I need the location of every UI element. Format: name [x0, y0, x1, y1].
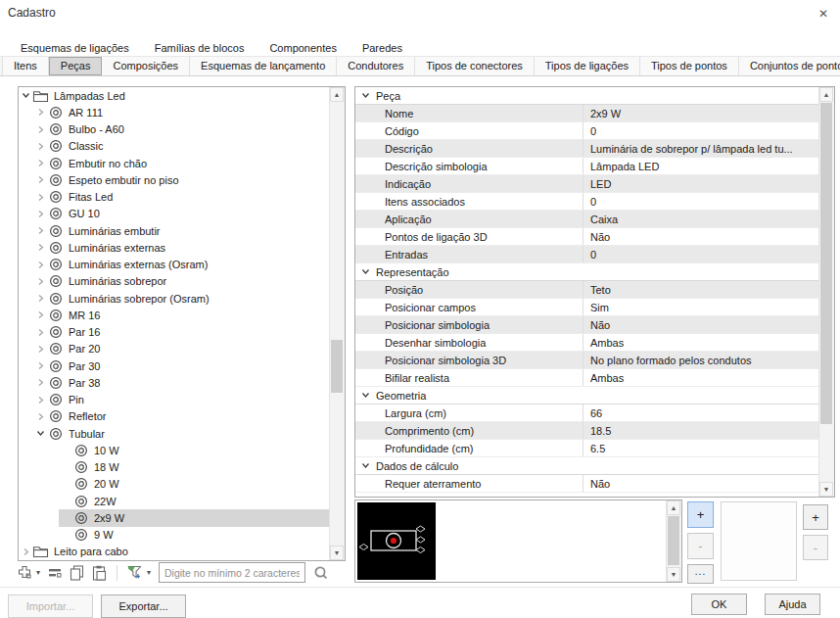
tree-item-par-20[interactable]: Par 20: [19, 341, 330, 357]
chevron-collapsed-icon[interactable]: [33, 159, 47, 167]
add-point-button[interactable]: +: [687, 501, 714, 528]
points-scrollbar[interactable]: ▲ ▼: [666, 500, 681, 582]
chevron-collapsed-icon[interactable]: [33, 226, 47, 235]
filter-icon[interactable]: [127, 565, 143, 580]
chevron-collapsed-icon[interactable]: [33, 310, 47, 319]
tree-item-mr-16[interactable]: MR 16: [19, 307, 330, 323]
chevron-expanded-icon[interactable]: [361, 461, 370, 470]
property-value[interactable]: LED: [583, 175, 819, 192]
scrollbar-thumb[interactable]: [820, 103, 832, 424]
tree-item-luminarias-externas-osram[interactable]: Luminárias externas (Osram): [19, 257, 330, 273]
tab-itens[interactable]: Itens: [2, 57, 49, 75]
tab-componentes[interactable]: Componentes: [257, 42, 350, 54]
chevron-collapsed-icon[interactable]: [33, 243, 47, 252]
remove-point-button[interactable]: -: [687, 533, 714, 559]
chevron-collapsed-icon[interactable]: [33, 277, 47, 286]
scrollbar-thumb[interactable]: [331, 340, 343, 393]
property-value[interactable]: Não: [583, 475, 819, 492]
chevron-collapsed-icon[interactable]: [33, 345, 47, 354]
ok-button[interactable]: OK: [691, 594, 747, 615]
tab-pecas[interactable]: Peças: [49, 57, 103, 75]
tree-item-ar-111[interactable]: AR 111: [19, 104, 330, 120]
property-value[interactable]: 2x9 W: [583, 105, 819, 121]
tree-item-bulbo-a60[interactable]: Bulbo - A60: [19, 121, 330, 138]
property-value[interactable]: 18.5: [583, 422, 819, 439]
tree-item-leito-para-cabo[interactable]: Leito para cabo: [19, 544, 330, 560]
property-value[interactable]: Ambas: [583, 334, 819, 351]
tree-scrollbar[interactable]: ▲ ▼: [329, 87, 345, 560]
tree-item-par-38[interactable]: Par 38: [19, 374, 330, 391]
help-button[interactable]: Ajuda: [765, 594, 820, 615]
tab-esquemas-de-lancamento[interactable]: Esquemas de lançamento: [190, 57, 337, 75]
chevron-collapsed-icon[interactable]: [33, 125, 47, 134]
property-value[interactable]: 0: [583, 246, 819, 262]
scroll-up-icon[interactable]: ▲: [819, 87, 833, 102]
chevron-collapsed-icon[interactable]: [33, 412, 47, 421]
chevron-collapsed-icon[interactable]: [33, 328, 47, 337]
scroll-up-icon[interactable]: ▲: [667, 500, 680, 515]
chevron-collapsed-icon[interactable]: [33, 193, 47, 202]
property-value[interactable]: Lâmpada LED: [583, 158, 819, 174]
tree-item-luminarias-sobrepor[interactable]: Luminárias sobrepor: [19, 273, 330, 290]
tree-item-22w[interactable]: 22W: [19, 493, 330, 509]
chevron-expanded-icon[interactable]: [33, 429, 47, 438]
scroll-down-icon[interactable]: ▼: [330, 546, 344, 560]
property-value[interactable]: Sim: [583, 299, 819, 315]
remove-item-icon[interactable]: [48, 566, 62, 579]
tree-item-lampadas-led[interactable]: Lâmpadas Led: [19, 87, 330, 104]
remove-field-button[interactable]: -: [803, 535, 828, 560]
chevron-collapsed-icon[interactable]: [19, 547, 32, 556]
tab-tipos-de-ligacoes[interactable]: Tipos de ligações: [535, 57, 640, 75]
property-value[interactable]: 66: [583, 404, 819, 421]
point-fields-list[interactable]: [721, 501, 797, 581]
tree-item-embutir-no-chao[interactable]: Embutir no chão: [19, 155, 330, 171]
chevron-collapsed-icon[interactable]: [33, 294, 47, 303]
tree-item-espeto-embutir-no-piso[interactable]: Espeto embutir no piso: [19, 171, 330, 188]
tree-item-refletor[interactable]: Refletor: [19, 408, 330, 425]
copy-icon[interactable]: [70, 565, 84, 581]
property-value[interactable]: Luminária de sobrepor p/ lâmpada led tu.…: [583, 140, 819, 157]
category-representacao[interactable]: Representação: [355, 263, 819, 281]
property-value[interactable]: Ambas: [583, 369, 819, 386]
chevron-expanded-icon[interactable]: [361, 391, 370, 400]
tree-item-18-w[interactable]: 18 W: [19, 459, 330, 476]
chevron-expanded-icon[interactable]: [361, 267, 370, 276]
property-value[interactable]: Teto: [583, 281, 819, 298]
add-item-dropdown-icon[interactable]: ▾: [36, 568, 40, 577]
tab-tipos-de-conectores[interactable]: Tipos de conectores: [415, 57, 535, 75]
chevron-expanded-icon[interactable]: [19, 91, 32, 100]
chevron-collapsed-icon[interactable]: [33, 378, 47, 387]
add-field-button[interactable]: +: [803, 504, 828, 530]
chevron-collapsed-icon[interactable]: [33, 108, 47, 117]
scroll-down-icon[interactable]: ▼: [819, 482, 833, 497]
tree-item-classic[interactable]: Classic: [19, 138, 330, 155]
category-pontos[interactable]: Pontos: [355, 493, 819, 497]
chevron-collapsed-icon[interactable]: [33, 175, 47, 184]
tree-item-9-w[interactable]: 9 W: [19, 527, 330, 544]
symbol-preview[interactable]: [357, 502, 436, 580]
property-value[interactable]: No plano formado pelos condutos: [583, 352, 819, 368]
chevron-expanded-icon[interactable]: [361, 91, 370, 100]
tab-paredes[interactable]: Paredes: [350, 42, 415, 54]
chevron-collapsed-icon[interactable]: [33, 142, 47, 151]
chevron-collapsed-icon[interactable]: [33, 396, 47, 404]
chevron-collapsed-icon[interactable]: [33, 210, 47, 218]
filter-dropdown-icon[interactable]: ▾: [147, 568, 151, 577]
tree-item-luminarias-embutir[interactable]: Luminárias embutir: [19, 222, 330, 239]
tree-item-luminarias-externas[interactable]: Luminárias externas: [19, 239, 330, 256]
chevron-collapsed-icon[interactable]: [33, 361, 47, 370]
tab-condutores[interactable]: Condutores: [337, 57, 415, 75]
property-value[interactable]: Não: [583, 228, 819, 245]
tree-item-par-16[interactable]: Par 16: [19, 324, 330, 341]
tree-item-2x9-w[interactable]: 2x9 W: [19, 509, 330, 526]
chevron-collapsed-icon[interactable]: [33, 261, 47, 269]
search-input[interactable]: [159, 562, 305, 583]
property-value[interactable]: 0: [583, 193, 819, 210]
tab-composicoes[interactable]: Composições: [102, 57, 190, 75]
more-options-button[interactable]: ...: [687, 564, 714, 584]
search-icon[interactable]: [313, 565, 329, 581]
category-dados-de-calculo[interactable]: Dados de cálculo: [355, 457, 819, 475]
scroll-down-icon[interactable]: ▼: [667, 567, 680, 582]
tree-item-tubular[interactable]: Tubular: [19, 425, 330, 442]
category-peca[interactable]: Peça: [355, 87, 819, 105]
